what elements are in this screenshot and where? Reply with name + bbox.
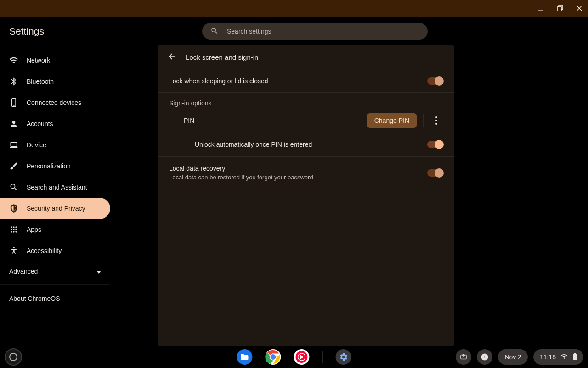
sidebar-item-label: Security and Privacy <box>27 205 85 212</box>
date-chip[interactable]: Nov 2 <box>498 349 528 365</box>
svg-point-18 <box>13 247 14 248</box>
brush-icon <box>9 161 18 171</box>
svg-point-15 <box>11 231 12 232</box>
back-icon[interactable] <box>167 52 176 63</box>
toggle-lock-sleep[interactable] <box>427 77 443 85</box>
sidebar-item-label: Apps <box>27 226 41 233</box>
divider <box>0 284 110 285</box>
battery-icon <box>572 353 577 362</box>
sidebar-item-apps[interactable]: Apps <box>0 219 110 240</box>
sidebar-advanced[interactable]: Advanced <box>0 261 110 282</box>
pin-more-menu[interactable] <box>430 116 443 125</box>
section-signin-options: Sign-in options <box>158 93 454 107</box>
svg-point-13 <box>13 229 14 230</box>
sidebar-item-label: Personalization <box>27 162 71 170</box>
svg-rect-2 <box>557 7 561 11</box>
shelf: 1 Nov 2 11:18 <box>0 346 588 368</box>
sidebar-item-accounts[interactable]: Accounts <box>0 113 110 134</box>
shelf-apps <box>237 349 351 365</box>
sidebar-item-label: Accessibility <box>27 247 62 254</box>
notifications-button[interactable]: 1 <box>477 349 492 365</box>
panel-title: Lock screen and sign-in <box>186 53 258 61</box>
svg-point-14 <box>15 229 17 230</box>
chevron-down-icon <box>96 268 101 275</box>
shield-icon <box>9 204 18 213</box>
svg-point-12 <box>11 229 12 230</box>
date-text: Nov 2 <box>504 353 521 361</box>
svg-point-25 <box>271 354 276 360</box>
bluetooth-icon <box>9 77 18 86</box>
svg-rect-32 <box>573 354 577 360</box>
sidebar-about-label: About ChromeOS <box>9 295 60 302</box>
settings-panel: Lock screen and sign-in Lock when sleepi… <box>158 45 454 346</box>
time-text: 11:18 <box>540 353 556 361</box>
row-sublabel: Local data can be restored if you forget… <box>169 174 313 181</box>
row-label: Unlock automatically once PIN is entered <box>195 141 312 148</box>
chrome-app-icon[interactable] <box>266 349 281 365</box>
row-pin: PIN Change PIN <box>158 107 454 134</box>
sidebar-item-security-privacy[interactable]: Security and Privacy <box>0 198 110 219</box>
restore-icon[interactable] <box>556 4 564 14</box>
row-label: Local data recovery <box>169 165 313 172</box>
sidebar-item-label: Network <box>27 57 50 64</box>
person-icon <box>9 119 18 128</box>
divider <box>423 114 424 127</box>
search-input[interactable]: Search settings <box>202 23 428 40</box>
app-header: Settings Search settings <box>0 17 588 45</box>
sidebar-item-bluetooth[interactable]: Bluetooth <box>0 71 110 92</box>
window-bar <box>0 0 588 17</box>
youtube-music-app-icon[interactable] <box>294 349 310 365</box>
sidebar-item-label: Accounts <box>27 120 53 127</box>
status-tray[interactable]: 11:18 <box>533 349 583 365</box>
files-app-icon[interactable] <box>237 349 253 365</box>
toggle-auto-unlock[interactable] <box>427 141 443 148</box>
minimize-icon[interactable] <box>537 4 545 14</box>
row-auto-unlock: Unlock automatically once PIN is entered <box>158 134 454 157</box>
svg-rect-31 <box>574 353 576 354</box>
search-icon <box>210 27 227 36</box>
search-icon <box>9 183 18 192</box>
sidebar-item-label: Connected devices <box>27 99 81 106</box>
phone-icon <box>9 98 18 107</box>
apps-icon <box>9 225 18 234</box>
sidebar-item-label: Device <box>27 141 46 149</box>
screen-capture-button[interactable] <box>456 349 471 365</box>
sidebar-item-personalization[interactable]: Personalization <box>0 155 110 177</box>
sidebar-item-label: Bluetooth <box>27 78 54 85</box>
app-title: Settings <box>9 26 202 37</box>
sidebar-advanced-label: Advanced <box>9 268 38 275</box>
close-icon[interactable] <box>575 4 583 14</box>
laptop-icon <box>9 140 18 150</box>
panel-header: Lock screen and sign-in <box>158 45 454 69</box>
svg-point-17 <box>15 231 17 232</box>
wifi-icon <box>9 56 18 65</box>
sidebar-item-network[interactable]: Network <box>0 50 110 71</box>
row-label: Lock when sleeping or lid is closed <box>169 77 268 85</box>
search-placeholder: Search settings <box>227 28 271 35</box>
svg-point-9 <box>11 226 12 228</box>
sidebar-item-label: Search and Assistant <box>27 184 87 191</box>
shelf-divider <box>322 351 323 363</box>
toggle-local-recovery[interactable] <box>427 169 443 177</box>
sidebar-about[interactable]: About ChromeOS <box>0 288 110 310</box>
sidebar-item-accessibility[interactable]: Accessibility <box>0 240 110 261</box>
svg-point-20 <box>435 120 437 121</box>
settings-app-icon[interactable] <box>336 349 351 365</box>
svg-point-19 <box>435 116 437 118</box>
row-local-recovery: Local data recovery Local data can be re… <box>158 157 454 189</box>
sidebar-item-search-assistant[interactable]: Search and Assistant <box>0 177 110 198</box>
svg-point-10 <box>13 226 14 228</box>
sidebar-item-device[interactable]: Device <box>0 134 110 155</box>
row-lock-sleep: Lock when sleeping or lid is closed <box>158 69 454 93</box>
svg-point-11 <box>15 226 17 228</box>
svg-text:1: 1 <box>484 355 486 359</box>
svg-rect-7 <box>11 142 17 146</box>
change-pin-button[interactable]: Change PIN <box>367 113 417 128</box>
svg-point-21 <box>435 123 437 125</box>
launcher-button[interactable] <box>5 348 22 366</box>
wifi-icon <box>560 353 568 361</box>
sidebar: Network Bluetooth Connected devices Acco… <box>0 45 110 346</box>
row-label: PIN <box>184 117 194 124</box>
svg-point-16 <box>13 231 14 232</box>
sidebar-item-connected-devices[interactable]: Connected devices <box>0 92 110 113</box>
